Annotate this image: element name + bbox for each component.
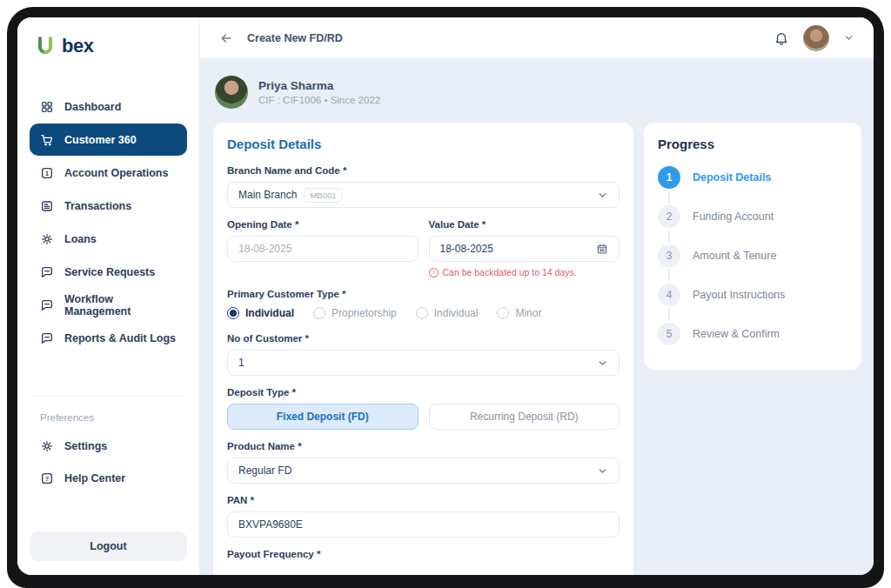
product-name-label: Product Name * <box>227 441 620 451</box>
product-name-value: Regular FD <box>238 464 291 477</box>
deposit-type-toggle: Fixed Deposit (FD) Recurring Deposit (RD… <box>227 404 620 430</box>
sidebar-item-label: Dashboard <box>64 101 121 113</box>
sidebar-item-account-operations[interactable]: 1 Account Operations <box>30 157 187 189</box>
svg-text:?: ? <box>45 474 50 482</box>
branch-field: Branch Name and Code * Main Branch MB001 <box>227 165 620 208</box>
sidebar-item-label: Service Requests <box>64 266 155 278</box>
dates-row: Opening Date * 18-08-2025 Value Date * 1… <box>227 219 620 289</box>
sidebar-item-label: Help Center <box>64 472 125 484</box>
sidebar-item-workflow-management[interactable]: Workflow Management <box>30 289 187 321</box>
deposit-type-field: Deposit Type * Fixed Deposit (FD) Recurr… <box>227 387 620 430</box>
brand-logo-icon <box>35 36 56 57</box>
product-name-select[interactable]: Regular FD <box>227 458 620 484</box>
sidebar-item-label: Account Operations <box>64 167 168 179</box>
calendar-icon[interactable] <box>596 243 608 255</box>
progress-step-amount-tenure[interactable]: 3 Amount & Tenure <box>658 244 847 268</box>
step-number: 4 <box>658 284 680 306</box>
numbered-square-icon: 1 <box>40 166 54 180</box>
pan-value: BXVPA9680E <box>238 518 303 531</box>
branch-code-badge: MB001 <box>304 188 342 203</box>
sidebar-item-label: Loans <box>64 233 97 245</box>
content-columns: Deposit Details Branch Name and Code * M… <box>213 123 861 575</box>
radio-label: Individual <box>245 307 294 319</box>
radio-label: Proprietorship <box>332 307 397 319</box>
main-area: Create New FD/RD Priya Sharma CIF : CIF1… <box>200 17 874 575</box>
chevron-down-icon <box>597 190 608 201</box>
opening-date-label: Opening Date * <box>227 219 419 230</box>
user-avatar[interactable] <box>803 25 829 51</box>
radio-minor[interactable]: Minor <box>497 307 541 319</box>
progress-step-deposit-details[interactable]: 1 Deposit Details <box>658 165 847 190</box>
progress-title: Progress <box>658 137 847 151</box>
svg-text:1: 1 <box>45 169 49 177</box>
sidebar-nav: Dashboard Customer 360 1 Account Operati… <box>30 90 187 354</box>
value-date-field: Value Date * 18-08-2025 ! Can be backdat… <box>429 219 620 277</box>
brand-name: bex <box>62 35 93 57</box>
radio-label: Individual <box>434 307 479 319</box>
gear-icon <box>40 232 54 246</box>
radio-individual-1[interactable]: Individual <box>227 307 294 319</box>
sidebar-item-label: Reports & Audit Logs <box>64 332 176 344</box>
form-section-title: Deposit Details <box>227 137 620 151</box>
opening-date-input[interactable]: 18-08-2025 <box>227 236 419 262</box>
progress-step-review-confirm[interactable]: 5 Review & Confirm <box>658 322 847 346</box>
topbar-actions <box>774 25 854 51</box>
sidebar-divider <box>31 396 185 397</box>
pan-input[interactable]: BXVPA9680E <box>227 511 620 538</box>
radio-proprietorship[interactable]: Proprietorship <box>313 307 397 319</box>
sidebar-item-label: Workflow Management <box>64 293 177 317</box>
value-date-label: Value Date * <box>429 219 620 230</box>
alert-circle-icon: ! <box>429 268 439 277</box>
brand-logo: bex <box>30 35 187 57</box>
value-date-input[interactable]: 18-08-2025 <box>429 236 620 262</box>
sidebar-item-help-center[interactable]: ? Help Center <box>30 462 187 494</box>
sidebar-item-service-requests[interactable]: Service Requests <box>30 256 187 288</box>
sidebar-item-reports-audit-logs[interactable]: Reports & Audit Logs <box>30 322 187 354</box>
bell-icon[interactable] <box>774 30 789 46</box>
sidebar-item-loans[interactable]: Loans <box>30 223 187 255</box>
payout-frequency-field: Payout Frequency * <box>227 549 620 559</box>
chevron-down-icon <box>597 357 608 369</box>
fixed-deposit-button[interactable]: Fixed Deposit (FD) <box>227 404 419 430</box>
pan-label: PAN * <box>227 495 620 505</box>
sidebar-item-transactions[interactable]: Transactions <box>30 190 187 222</box>
no-of-customer-label: No of Customer * <box>227 333 620 344</box>
sidebar-item-settings[interactable]: Settings <box>30 430 187 462</box>
progress-step-funding-account[interactable]: 2 Funding Account <box>658 204 847 229</box>
no-of-customer-field: No of Customer * 1 <box>227 333 620 376</box>
sidebar-item-dashboard[interactable]: Dashboard <box>30 90 187 123</box>
radio-dot <box>497 307 509 319</box>
pan-field: PAN * BXVPA9680E <box>227 495 620 538</box>
radio-dot <box>227 307 239 319</box>
step-label: Review & Confirm <box>693 328 780 340</box>
no-of-customer-select[interactable]: 1 <box>227 350 620 376</box>
sidebar: bex Dashboard Customer 360 1 Account Ope… <box>17 17 200 575</box>
chevron-down-icon[interactable] <box>843 32 854 43</box>
no-of-customer-value: 1 <box>238 357 245 369</box>
step-number: 2 <box>658 205 680 228</box>
radio-dot <box>313 307 325 319</box>
deposit-type-label: Deposit Type * <box>227 387 620 398</box>
preferences-heading: Preferences <box>30 412 187 423</box>
step-label: Amount & Tenure <box>693 250 776 262</box>
customer-name: Priya Sharma <box>258 79 380 92</box>
sidebar-item-label: Customer 360 <box>64 134 137 146</box>
deposit-details-card: Deposit Details Branch Name and Code * M… <box>213 123 633 575</box>
recurring-deposit-button[interactable]: Recurring Deposit (RD) <box>429 404 620 430</box>
branch-label: Branch Name and Code * <box>227 165 620 176</box>
branch-select[interactable]: Main Branch MB001 <box>227 182 620 208</box>
step-label: Funding Account <box>693 210 774 223</box>
sidebar-item-customer-360[interactable]: Customer 360 <box>30 124 187 156</box>
step-number: 3 <box>658 244 680 267</box>
progress-step-payout-instructions[interactable]: 4 Payout Instructions <box>658 283 847 307</box>
customer-meta: CIF : CIF1006 • Since 2022 <box>258 95 380 105</box>
back-arrow-icon[interactable] <box>219 31 233 45</box>
chat-bubble-icon <box>40 331 54 345</box>
radio-individual-2[interactable]: Individual <box>416 307 479 319</box>
logout-button[interactable]: Logout <box>30 531 187 561</box>
sidebar-item-label: Transactions <box>64 200 131 212</box>
customer-banner: Priya Sharma CIF : CIF1006 • Since 2022 <box>215 76 861 109</box>
cart-icon <box>40 133 54 147</box>
helper-text: Can be backdated up to 14 days. <box>443 267 577 277</box>
sidebar-item-label: Settings <box>64 440 107 452</box>
